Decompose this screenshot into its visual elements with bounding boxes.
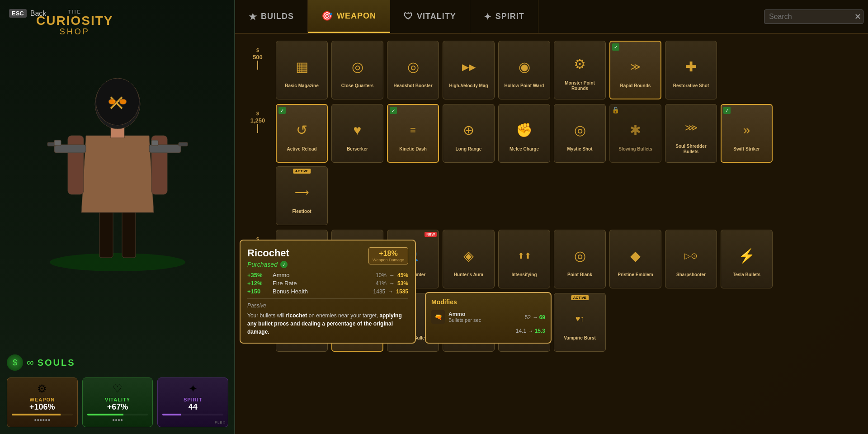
headhunter-new-badge: NEW — [425, 232, 437, 237]
tt-health-to: 1585 — [396, 288, 408, 295]
dmg-label: Weapon Damage — [373, 258, 404, 262]
restorative-icon — [678, 53, 705, 80]
tesla-icon — [733, 242, 760, 269]
item-sharpshooter[interactable]: Sharpshooter — [665, 230, 717, 288]
item-hollow-point-ward[interactable]: Hollow Point Ward — [498, 41, 550, 99]
item-point-blank[interactable]: Point Blank — [554, 230, 606, 288]
crosshair-icon — [344, 53, 371, 80]
bottom-stats: $ ∞ SOULS ⚙ WEAPON +106% ●●●●●● ♡ VITALI… — [0, 348, 235, 434]
item-hollow-point-ward-label: Hollow Point Ward — [505, 83, 544, 89]
svg-rect-12 — [54, 145, 86, 153]
tab-weapon-label: Weapon — [337, 11, 376, 21]
item-berserker[interactable]: Berserker — [331, 104, 383, 163]
shop-logo-curiosity: CURIOSITY — [36, 14, 113, 27]
reload-icon — [288, 117, 316, 144]
tier-1250-price: $ 1,250 — [244, 111, 271, 124]
item-mystic-shot[interactable]: Mystic Shot — [554, 104, 606, 163]
item-high-velocity-mag[interactable]: High-Velocity Mag — [443, 41, 495, 99]
item-intensifying[interactable]: Intensifying — [498, 230, 550, 288]
item-active-reload-label: Active Reload — [287, 146, 316, 152]
item-close-quarters[interactable]: Close Quarters — [331, 41, 383, 99]
weapon-stat-bar — [12, 414, 73, 415]
tab-weapon[interactable]: 🎯 Weapon — [308, 0, 390, 33]
item-pristine-emblem[interactable]: Pristine Emblem — [609, 230, 661, 288]
esc-key: ESC — [9, 9, 27, 18]
dmg-pct: +18% — [373, 250, 404, 258]
passive-label: Passive — [247, 302, 408, 309]
velocity-icon — [455, 53, 482, 80]
slowing-icon — [622, 117, 649, 144]
vitality-stat-icon: ♡ — [87, 382, 148, 395]
item-soul-shredder-bullets[interactable]: Soul Shredder Bullets — [665, 104, 717, 163]
kinetic-dash-check: ✓ — [390, 107, 397, 114]
builds-icon: ★ — [249, 11, 257, 22]
search-input[interactable] — [764, 9, 863, 24]
tt-ammo-bonus: +35% — [247, 272, 270, 278]
soulshred-icon — [678, 114, 705, 141]
spirit-stat-icon: ✦ — [162, 382, 223, 395]
tt-stat-ammo: +35% Ammo 10% → 45% — [247, 272, 408, 278]
mystic-icon — [566, 117, 594, 144]
item-headshot-booster[interactable]: Headshot Booster — [387, 41, 439, 99]
left-panel: ESC Back THE CURIOSITY SHOP — [0, 0, 235, 434]
svg-rect-16 — [179, 142, 188, 146]
svg-rect-14 — [54, 140, 61, 146]
item-active-reload[interactable]: ✓ Active Reload — [276, 104, 328, 163]
vitality-stat-val: +67% — [87, 402, 148, 412]
item-fleetfoot[interactable]: ACTIVE Fleetfoot — [276, 166, 328, 225]
item-point-blank-label: Point Blank — [567, 272, 592, 278]
item-long-range[interactable]: Long Range — [443, 104, 495, 163]
tab-spirit-label: Spirit — [495, 12, 524, 21]
tooltip-stats: +35% Ammo 10% → 45% +12% Fire Rate 41% →… — [247, 272, 408, 295]
shop-logo-shop: SHOP — [36, 27, 113, 37]
purchased-check-icon: ✓ — [280, 261, 288, 268]
item-restorative-shot[interactable]: Restorative Shot — [665, 41, 717, 99]
item-headshot-booster-label: Headshot Booster — [393, 83, 432, 89]
item-kinetic-dash-label: Kinetic Dash — [399, 146, 427, 152]
search-clear-icon[interactable]: ✕ — [854, 12, 861, 22]
item-swift-striker[interactable]: ✓ Swift Striker — [721, 104, 773, 163]
modifies-ammo-row: 🔫 Ammo Bullets per sec 52 → 69 — [431, 310, 545, 324]
item-slowing-bullets[interactable]: 🔒 Slowing Bullets — [609, 104, 661, 163]
tab-vitality[interactable]: 🛡 Vitality — [390, 0, 470, 33]
item-tesla-bullets[interactable]: Tesla Bullets — [721, 230, 773, 288]
infinity-icon: ∞ — [27, 357, 34, 368]
item-pristine-emblem-label: Pristine Emblem — [618, 272, 653, 278]
ricochet-tooltip: Ricochet Purchased ✓ +18% Weapon Damage … — [240, 240, 416, 344]
item-basic-magazine[interactable]: Basic Magazine — [276, 41, 328, 99]
rapid-rounds-check: ✓ — [612, 43, 619, 51]
tt-ammo-from: 10% — [376, 272, 387, 278]
tt-ammo-arrow: → — [389, 272, 395, 278]
tier-1250-label: $ 1,250 — [244, 104, 271, 133]
item-monster-rounds[interactable]: Monster Point Rounds — [554, 41, 606, 99]
item-monster-rounds-label: Monster Point Rounds — [557, 80, 603, 91]
headshot-icon — [400, 53, 427, 80]
item-kinetic-dash[interactable]: ✓ Kinetic Dash — [387, 104, 439, 163]
modifies-title: Modifies — [431, 298, 545, 306]
main-panel: ★ Builds 🎯 Weapon 🛡 Vitality ✦ Spirit ✕ … — [235, 0, 868, 434]
souls-icon: $ — [7, 354, 23, 371]
tooltip-desc: Your bullets will ricochet on enemies ne… — [247, 311, 408, 336]
item-melee-charge-label: Melee Charge — [509, 146, 539, 152]
vitality-stat-name: VITALITY — [87, 397, 148, 402]
item-hunters-aura[interactable]: Hunter's Aura — [443, 230, 495, 288]
rapidrounds-icon — [622, 53, 649, 80]
item-melee-charge[interactable]: Melee Charge — [498, 104, 550, 163]
tt-health-name: Bonus Health — [273, 288, 371, 295]
modifies-ammo-info: Ammo Bullets per sec — [448, 311, 521, 323]
item-rapid-rounds[interactable]: ✓ Rapid Rounds — [609, 41, 661, 99]
item-close-quarters-label: Close Quarters — [341, 83, 374, 89]
stat-cards: ⚙ WEAPON +106% ●●●●●● ♡ VITALITY +67% ●●… — [7, 377, 228, 427]
tab-builds[interactable]: ★ Builds — [235, 0, 308, 33]
item-slowing-bullets-label: Slowing Bullets — [618, 146, 652, 152]
svg-point-10 — [108, 99, 116, 104]
tab-spirit[interactable]: ✦ Spirit — [470, 0, 538, 33]
monster-icon — [566, 51, 594, 78]
swift-icon — [733, 117, 760, 144]
tier-500-price: $ 500 — [244, 47, 271, 61]
item-vampiric-burst[interactable]: ACTIVE Vampiric Burst — [554, 293, 606, 352]
tier-500-items: Basic Magazine Close Quarters Headshot B… — [276, 41, 859, 99]
modifies-ammo-icon: 🔫 — [431, 310, 445, 324]
tt-firerate-arrow: → — [389, 280, 395, 287]
item-rapid-rounds-label: Rapid Rounds — [620, 83, 651, 89]
